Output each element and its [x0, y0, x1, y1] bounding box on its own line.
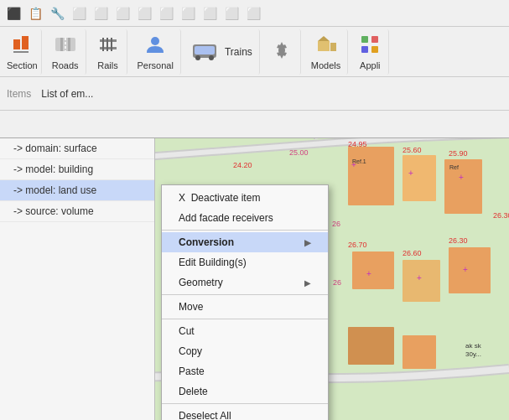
ctx-geometry[interactable]: Geometry ▶	[162, 272, 328, 293]
ctx-delete-label: Delete	[179, 386, 208, 397]
svg-rect-69	[318, 41, 330, 51]
svg-text:Ref: Ref	[449, 164, 459, 170]
svg-rect-60	[102, 38, 104, 51]
personal-button[interactable]: Personal	[131, 29, 181, 75]
ctx-copy-label: Copy	[179, 345, 202, 357]
ctx-sep-2	[162, 294, 328, 295]
section-icon	[10, 33, 34, 59]
toolbar-icon-8[interactable]: ⬜	[156, 3, 176, 23]
svg-text:+: +	[408, 169, 413, 178]
svg-rect-8	[403, 155, 436, 201]
trains-button[interactable]: Trains	[184, 29, 260, 75]
svg-text:25.00: 25.00	[289, 148, 309, 157]
ctx-sep-1	[162, 230, 328, 231]
toolbar-row3: Items List of em...	[0, 77, 509, 111]
ctx-conversion[interactable]: Conversion ▶	[162, 232, 328, 252]
list-item-2[interactable]: -> model: land use	[0, 180, 154, 201]
toolbar-icon-12[interactable]: ⬜	[243, 3, 263, 23]
svg-text:30y...: 30y...	[465, 350, 481, 358]
toolbar-icon-10[interactable]: ⬜	[200, 3, 220, 23]
toolbar-icon-3[interactable]: 🔧	[47, 3, 67, 23]
trains-label: Trains	[225, 46, 252, 58]
ctx-conversion-arrow: ▶	[304, 238, 311, 247]
list-item-0[interactable]: -> domain: surface	[0, 138, 154, 159]
svg-text:24.20: 24.20	[233, 161, 252, 169]
svg-rect-12	[449, 247, 491, 293]
svg-rect-56	[68, 38, 70, 51]
svg-rect-14	[403, 335, 436, 369]
toolbar-icon-9[interactable]: ⬜	[178, 3, 198, 23]
models-button[interactable]: Models	[304, 29, 348, 75]
ctx-cut[interactable]: Cut	[162, 321, 328, 341]
roads-icon	[54, 33, 77, 59]
ctx-copy[interactable]: Copy	[162, 341, 328, 361]
svg-text:26: 26	[333, 278, 341, 287]
svg-text:26.70: 26.70	[348, 241, 367, 249]
list-item-1[interactable]: -> model: building	[0, 159, 154, 180]
ctx-add-facade[interactable]: Add facade receivers	[162, 208, 328, 228]
svg-text:25.90: 25.90	[449, 149, 468, 158]
ctx-add-facade-label: Add facade receivers	[179, 212, 273, 224]
svg-rect-65	[195, 46, 215, 54]
ctx-delete[interactable]: Delete	[162, 381, 328, 402]
toolbar-icon-1[interactable]: ⬛	[3, 3, 23, 23]
ctx-deactivate-item[interactable]: X Deactivate item	[162, 188, 328, 208]
svg-point-63	[151, 37, 159, 45]
toolbar-icon-11[interactable]: ⬜	[221, 3, 242, 23]
ctx-sep-4	[162, 403, 328, 404]
svg-rect-74	[361, 46, 368, 53]
ctx-sep-3	[162, 319, 328, 319]
ctx-move[interactable]: Move	[162, 297, 328, 317]
appli-button[interactable]: Appli	[351, 29, 389, 75]
settings-button[interactable]	[263, 29, 301, 75]
toolbar-icon-4[interactable]: ⬜	[69, 3, 89, 23]
roads-button[interactable]: Roads	[45, 29, 86, 75]
svg-rect-62	[111, 38, 112, 51]
toolbar-icon-5[interactable]: ⬜	[91, 3, 111, 23]
toolbar-icon-7[interactable]: ⬜	[134, 3, 154, 23]
svg-rect-75	[371, 46, 378, 53]
ctx-deactivate-label: X Deactivate item	[179, 192, 260, 204]
svg-rect-73	[371, 36, 378, 43]
trains-icon	[191, 39, 218, 65]
appli-icon	[358, 33, 382, 59]
svg-point-66	[195, 55, 200, 60]
section-label: Section	[7, 60, 38, 70]
rails-button[interactable]: Rails	[90, 29, 127, 75]
svg-rect-52	[22, 36, 29, 49]
ctx-geometry-arrow: ▶	[304, 278, 311, 288]
svg-text:+: +	[417, 273, 422, 283]
svg-rect-10	[352, 251, 394, 289]
ctx-geometry-label: Geometry	[179, 277, 223, 288]
svg-point-67	[209, 55, 214, 60]
ctx-edit-buildings[interactable]: Edit Building(s)	[162, 252, 328, 272]
settings-icon	[270, 39, 293, 65]
svg-text:+: +	[366, 269, 371, 278]
svg-text:26.30: 26.30	[493, 211, 509, 220]
svg-text:26: 26	[332, 220, 340, 228]
svg-text:Ref.1: Ref.1	[352, 158, 366, 164]
ctx-cut-label: Cut	[179, 325, 195, 337]
toolbar-icon-6[interactable]: ⬜	[112, 3, 132, 23]
ctx-edit-buildings-label: Edit Building(s)	[179, 257, 247, 268]
rails-icon	[96, 33, 120, 59]
section-button[interactable]: Section	[3, 29, 42, 75]
svg-rect-51	[13, 39, 20, 49]
roads-label: Roads	[52, 60, 79, 70]
personal-icon	[143, 33, 167, 59]
svg-rect-61	[106, 38, 108, 51]
context-menu: X Deactivate item Add facade receivers C…	[161, 184, 329, 420]
left-panel: -> domain: surface -> model: building ->…	[0, 138, 155, 420]
ctx-deselect-all[interactable]: Deselect All	[162, 406, 328, 420]
svg-text:+: +	[463, 265, 468, 274]
models-icon	[314, 33, 338, 59]
toolbar: ⬛ 📋 🔧 ⬜ ⬜ ⬜ ⬜ ⬜ ⬜ ⬜ ⬜ ⬜ Section	[0, 0, 509, 138]
toolbar-icon-2[interactable]: 📋	[25, 3, 45, 23]
svg-rect-53	[13, 51, 29, 53]
ctx-conversion-label: Conversion	[179, 236, 234, 248]
list-item-3[interactable]: -> source: volume	[0, 201, 154, 222]
ctx-paste[interactable]: Paste	[162, 361, 328, 381]
ctx-paste-label: Paste	[179, 366, 205, 377]
svg-text:24.95: 24.95	[348, 140, 367, 148]
rails-label: Rails	[97, 60, 117, 70]
